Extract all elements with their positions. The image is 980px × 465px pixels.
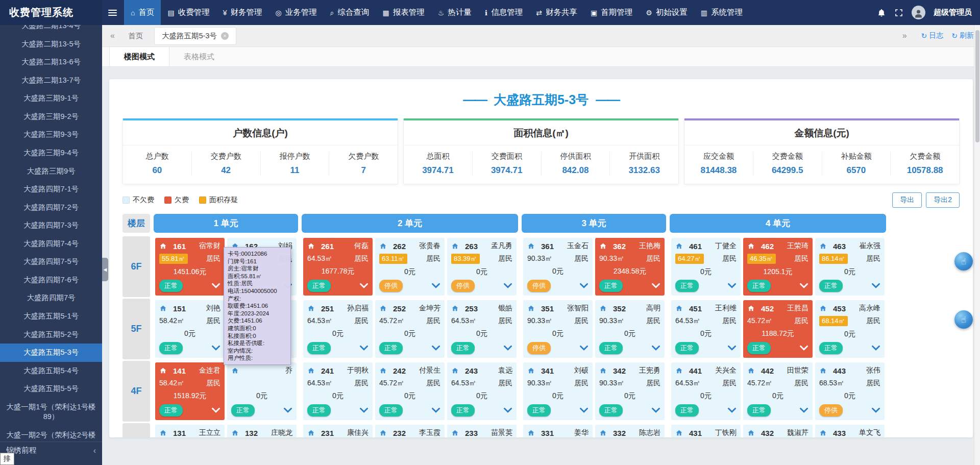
nav-item-settings[interactable]: ⚙初始设置 — [639, 0, 694, 25]
chevron-down-icon[interactable] — [651, 283, 660, 288]
chevron-down-icon[interactable] — [871, 407, 880, 413]
room-card-253[interactable]: 253银皓64.53㎡居民0元正常 — [447, 300, 517, 358]
chevron-down-icon[interactable] — [359, 283, 369, 288]
chevron-down-icon[interactable] — [871, 345, 880, 351]
sidebar-item[interactable]: 大盛路三期9-4号 — [0, 144, 102, 162]
room-card-232[interactable]: 232李玉霞45.72㎡居民0元 — [375, 425, 445, 437]
sidebar-footer[interactable]: 锦绣前程 ‹ — [0, 442, 102, 459]
sidebar-item[interactable]: 大盛路三期9-1号 — [0, 89, 102, 108]
room-card-261[interactable]: 261何磊64.53㎡居民1677.78元正常 — [303, 238, 373, 296]
room-card-351[interactable]: 351张智阳90.33㎡居民0元停供 — [523, 300, 593, 358]
view-tab-floor-map[interactable]: 楼图模式 — [109, 47, 169, 66]
room-card-131[interactable]: 131王立立58.42㎡居民0元 — [155, 425, 225, 437]
room-card-352[interactable]: 352高明90.33㎡居民0元正常 — [595, 300, 665, 358]
chevron-down-icon[interactable] — [727, 345, 737, 351]
room-card-432[interactable]: 432魏淑芹45.72㎡居民0元 — [743, 425, 813, 437]
room-card-331[interactable]: 331姜华90.33㎡居民0元 — [523, 425, 593, 437]
room-card-332[interactable]: 332陈志岩90.33㎡居民0元 — [595, 425, 665, 437]
sidebar-item[interactable]: 大盛路三期9-2号 — [0, 108, 102, 126]
sidebar-item[interactable]: 大盛路四期7-2号 — [0, 199, 102, 217]
sidebar-item[interactable]: 大盛路五期5-4号 — [0, 362, 102, 380]
view-tab-table[interactable]: 表格模式 — [169, 47, 229, 66]
chevron-down-icon[interactable] — [871, 283, 880, 288]
fullscreen-icon[interactable] — [894, 8, 903, 17]
nav-item-info[interactable]: ℹ信息管理 — [478, 0, 529, 25]
sidebar-item[interactable]: 大盛路四期7-6号 — [0, 271, 102, 289]
room-card-463[interactable]: 463崔永强86.14㎡居民0元正常 — [815, 238, 885, 296]
room-card[interactable]: 乔0元正常 — [227, 362, 297, 420]
room-card-243[interactable]: 243袁远64.53㎡居民0元正常 — [447, 362, 517, 420]
tab-action-日志[interactable]: ↻日志 — [921, 31, 944, 40]
chevron-down-icon[interactable] — [211, 407, 220, 413]
chevron-down-icon[interactable] — [579, 345, 589, 351]
room-card-141[interactable]: 141金连君58.42㎡居民1518.92元正常 — [155, 362, 225, 420]
room-card-362[interactable]: 362王艳梅90.33㎡居民2348.58元正常 — [595, 238, 665, 296]
room-card-452[interactable]: 452王胜昌45.72㎡居民1188.72元正常 — [743, 300, 813, 358]
chevron-down-icon[interactable] — [431, 407, 440, 413]
chevron-down-icon[interactable] — [431, 283, 440, 288]
export-button-1[interactable]: 导出 — [892, 192, 922, 208]
room-card-151[interactable]: 151刘艳58.42㎡居民0元正常 — [155, 300, 225, 358]
sidebar-item[interactable]: 大盛路四期7-5号 — [0, 253, 102, 271]
room-card-342[interactable]: 342王宪勇90.33㎡居民0元正常 — [595, 362, 665, 420]
nav-item-report[interactable]: ▦报表管理 — [376, 0, 431, 25]
tabs-scroll-left-icon[interactable]: « — [108, 31, 117, 40]
page-scrollbar[interactable] — [974, 25, 980, 465]
nav-item-search[interactable]: ⌕综合查询 — [324, 0, 376, 25]
sidebar-item[interactable]: 大盛路五期5-2号 — [0, 326, 102, 344]
scrollbar-thumb[interactable] — [975, 30, 979, 142]
sidebar-item[interactable]: 大盛路三期9-3号 — [0, 126, 102, 144]
chevron-down-icon[interactable] — [359, 345, 369, 351]
room-card-441[interactable]: 441关兴全64.53㎡居民0元正常 — [671, 362, 741, 420]
sidebar-item[interactable]: 大盛路四期7-3号 — [0, 216, 102, 235]
room-card-233[interactable]: 233苗景英64.53㎡居民0元 — [447, 425, 517, 437]
nav-item-system[interactable]: ▥系统管理 — [694, 0, 749, 25]
chevron-down-icon[interactable] — [799, 283, 808, 288]
room-card-132[interactable]: 132庄晓龙59.2㎡居民0元 — [227, 425, 297, 437]
sidebar-item[interactable]: 大盛一期2号（荣利达2号楼87） — [0, 426, 102, 442]
room-card-361[interactable]: 361玉金石90.33㎡居民0元停供 — [523, 238, 593, 296]
floating-button-2[interactable]: ☝ — [954, 310, 973, 329]
export-button-2[interactable]: 导出2 — [926, 192, 960, 208]
menu-toggle-icon[interactable] — [108, 10, 117, 16]
tab-home[interactable]: 首页 — [121, 28, 150, 44]
nav-item-share[interactable]: ⇄财务共享 — [529, 0, 584, 25]
sidebar-item[interactable]: 大盛路三期9号 — [0, 162, 102, 181]
chevron-down-icon[interactable] — [503, 407, 512, 413]
chevron-down-icon[interactable] — [651, 407, 660, 413]
room-card-252[interactable]: 252金坤芳45.72㎡居民0元正常 — [375, 300, 445, 358]
room-card-241[interactable]: 241于明秋64.53㎡居民0元正常 — [303, 362, 373, 420]
sidebar-item[interactable]: 大盛路四期7-1号 — [0, 180, 102, 199]
room-card-263[interactable]: 263孟凡勇83.39㎡居民0元停供 — [447, 238, 517, 296]
user-name[interactable]: 超级管理员 — [934, 8, 972, 17]
chevron-down-icon[interactable] — [799, 345, 808, 351]
nav-item-finance[interactable]: ¥财务管理 — [216, 0, 269, 25]
room-card-231[interactable]: 231康佳兴64.53㎡居民0元 — [303, 425, 373, 437]
avatar[interactable] — [912, 6, 925, 19]
room-card-462[interactable]: 462王荣琦46.35㎡居民1205.1元正常 — [743, 238, 813, 296]
room-card-161[interactable]: 161宿常财55.81㎡居民1451.06元正常 — [155, 238, 225, 296]
room-card-341[interactable]: 341刘硕90.33㎡居民0元正常 — [523, 362, 593, 420]
chevron-down-icon[interactable] — [431, 345, 440, 351]
sidebar-item[interactable]: 大盛路五期5-3号 — [0, 344, 102, 362]
chevron-down-icon[interactable] — [503, 345, 512, 351]
nav-item-heat[interactable]: ♨热计量 — [431, 0, 478, 25]
chevron-down-icon[interactable] — [359, 407, 369, 413]
room-card-251[interactable]: 251孙启福64.53㎡居民0元正常 — [303, 300, 373, 358]
nav-item-monitor[interactable]: ▣首期管理 — [584, 0, 639, 25]
sidebar-footer-collapse-icon[interactable]: ‹ — [93, 446, 96, 455]
sidebar-item[interactable]: 大盛路五期5-5号 — [0, 380, 102, 398]
sidebar-item[interactable]: 大盛路五期5-1号 — [0, 307, 102, 326]
nav-item-home[interactable]: ⌂首页 — [124, 0, 161, 25]
chevron-down-icon[interactable] — [211, 345, 220, 351]
chevron-down-icon[interactable] — [503, 283, 512, 288]
room-card-442[interactable]: 442田世荣45.72㎡居民0元正常 — [743, 362, 813, 420]
room-card-453[interactable]: 453高永峰68.14㎡居民0元正常 — [815, 300, 885, 358]
sidebar-item[interactable]: 大盛路四期7号 — [0, 289, 102, 307]
room-card-443[interactable]: 443张伟68.53㎡居民0元停供 — [815, 362, 885, 420]
chevron-down-icon[interactable] — [579, 283, 589, 288]
chevron-down-icon[interactable] — [799, 407, 808, 413]
floating-button-1[interactable]: ☝ — [954, 252, 973, 271]
room-card-461[interactable]: 461丁健全64.27㎡居民0元正常 — [671, 238, 741, 296]
nav-item-fee[interactable]: ▤收费管理 — [161, 0, 216, 25]
